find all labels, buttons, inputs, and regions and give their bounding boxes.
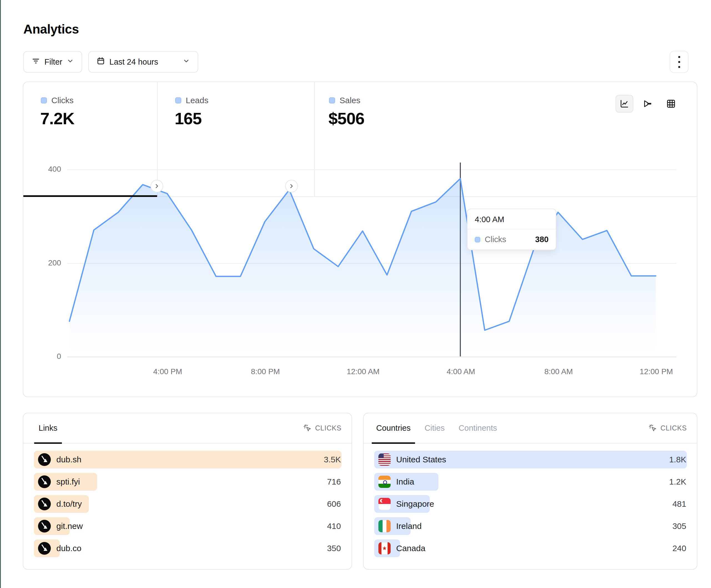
metric-label: CLICKS — [661, 424, 687, 432]
link-row[interactable]: dub.co 350 — [34, 540, 342, 557]
country-row[interactable]: Ireland 305 — [374, 517, 687, 535]
link-name: spti.fyi — [56, 477, 80, 487]
dub-logo-icon — [38, 498, 51, 510]
link-clicks-value: 410 — [327, 521, 341, 531]
chevron-right-icon — [153, 183, 160, 189]
clicks-series-swatch-icon — [41, 97, 47, 104]
more-options-button[interactable] — [670, 51, 689, 73]
country-name: Singapore — [396, 499, 434, 509]
stat-label: Sales — [340, 96, 360, 105]
filter-button-label: Filter — [44, 58, 62, 67]
country-clicks-value: 481 — [672, 499, 686, 509]
country-row[interactable]: India 1.2K — [374, 473, 687, 491]
country-name: United States — [396, 455, 446, 464]
country-clicks-value: 240 — [672, 544, 686, 553]
x-axis-tick-label: 8:00 PM — [243, 367, 288, 376]
y-axis-tick-label: 200 — [37, 258, 61, 267]
x-axis-tick-label: 4:00 PM — [146, 367, 190, 376]
dub-logo-icon — [38, 520, 51, 533]
chevron-down-icon — [67, 58, 74, 67]
date-range-label: Last 24 hours — [109, 58, 158, 67]
date-range-button[interactable]: Last 24 hours — [88, 51, 198, 73]
link-row[interactable]: spti.fyi 716 — [34, 473, 342, 491]
country-clicks-value: 1.8K — [669, 455, 686, 464]
dub-logo-icon — [38, 542, 51, 555]
stat-label: Clicks — [51, 96, 73, 105]
metric-label: CLICKS — [315, 424, 342, 432]
gridline — [67, 169, 676, 170]
tooltip-value: 380 — [535, 235, 548, 244]
leads-series-swatch-icon — [175, 97, 181, 104]
link-clicks-value: 606 — [327, 499, 341, 509]
active-tab-underline — [23, 195, 157, 197]
link-row[interactable]: dub.sh 3.5K — [34, 451, 342, 469]
country-clicks-value: 305 — [672, 521, 686, 531]
y-axis-tick-label: 0 — [37, 352, 61, 361]
country-row[interactable]: Canada 240 — [374, 540, 687, 557]
country-name: Ireland — [396, 521, 422, 531]
sales-series-swatch-icon — [329, 97, 335, 104]
x-axis-tick-label: 12:00 AM — [341, 367, 385, 376]
dub-logo-icon — [38, 453, 51, 466]
stat-value: $506 — [328, 109, 450, 128]
stat-value: 165 — [175, 109, 292, 128]
funnel-icon — [643, 99, 652, 109]
link-name: dub.sh — [56, 455, 81, 464]
tab-leads[interactable]: Leads 165 — [158, 82, 292, 196]
tab-links[interactable]: Links — [39, 413, 58, 443]
tab-divider — [157, 82, 158, 196]
chevron-down-icon — [183, 58, 190, 67]
stat-value: 7.2K — [40, 109, 157, 128]
link-name: git.new — [56, 521, 83, 531]
calendar-icon — [96, 57, 105, 67]
countries-metric-toggle[interactable]: CLICKS — [649, 424, 687, 432]
country-name: India — [396, 477, 414, 487]
line-chart-icon — [620, 99, 629, 109]
link-clicks-value: 3.5K — [324, 455, 341, 464]
tab-cities[interactable]: Cities — [425, 413, 445, 443]
country-flag-icon — [379, 476, 391, 488]
stat-label: Leads — [186, 96, 209, 105]
expand-leads-button[interactable] — [150, 180, 163, 193]
country-flag-icon — [379, 498, 391, 510]
country-flag-icon — [379, 542, 391, 555]
x-axis-tick-label: 4:00 AM — [439, 367, 483, 376]
links-metric-toggle[interactable]: CLICKS — [303, 424, 342, 432]
analytics-card: Clicks 7.2K Leads 165 Sales $506 — [23, 82, 697, 397]
grid-icon — [666, 99, 676, 109]
window-edge-strip — [0, 0, 1, 588]
links-panel: Links CLICKS dub.sh 3.5K — [23, 413, 352, 570]
tab-continents[interactable]: Continents — [459, 413, 497, 443]
page-title: Analytics — [23, 22, 79, 37]
link-name: d.to/try — [56, 499, 82, 509]
country-row[interactable]: Singapore 481 — [374, 495, 687, 513]
tab-countries[interactable]: Countries — [376, 413, 411, 443]
expand-sales-button[interactable] — [285, 180, 298, 193]
clicks-series-swatch-icon — [475, 237, 480, 243]
filter-button[interactable]: Filter — [23, 51, 82, 73]
line-chart-view-button[interactable] — [616, 95, 633, 113]
country-row[interactable]: United States 1.8K — [374, 451, 687, 469]
countries-panel: Countries Cities Continents CLICKS Unite… — [363, 413, 697, 570]
link-name: dub.co — [56, 544, 81, 553]
table-view-button[interactable] — [662, 95, 680, 113]
gridline — [67, 263, 676, 264]
tooltip-series-label: Clicks — [485, 235, 506, 244]
x-axis-tick-label: 8:00 AM — [536, 367, 581, 376]
country-flag-icon — [379, 520, 391, 532]
link-row[interactable]: d.to/try 606 — [34, 495, 342, 513]
y-axis-tick-label: 400 — [37, 165, 61, 174]
link-row[interactable]: git.new 410 — [34, 517, 342, 535]
x-axis-tick-label: 12:00 PM — [634, 367, 678, 376]
funnel-view-button[interactable] — [639, 95, 656, 113]
link-clicks-value: 350 — [327, 544, 341, 553]
tab-sales[interactable]: Sales $506 — [311, 82, 450, 196]
country-name: Canada — [396, 544, 425, 553]
chevron-right-icon — [288, 183, 295, 189]
chart-tooltip: 4:00 AM Clicks 380 — [467, 208, 556, 250]
tooltip-time: 4:00 AM — [468, 209, 556, 229]
kebab-menu-icon — [678, 56, 680, 68]
cursor-click-icon — [303, 424, 312, 432]
tab-clicks[interactable]: Clicks 7.2K — [23, 82, 157, 196]
dub-logo-icon — [38, 475, 51, 488]
